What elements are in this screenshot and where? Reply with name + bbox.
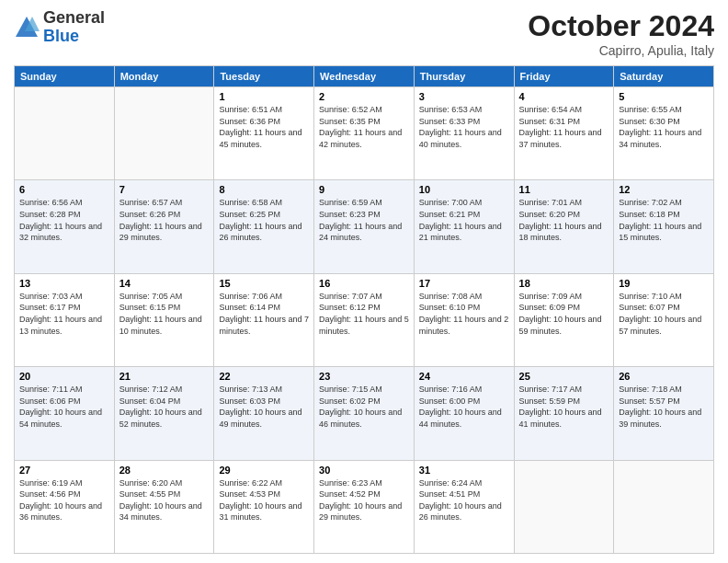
calendar-day-cell: 17Sunrise: 7:08 AMSunset: 6:10 PMDayligh… <box>414 273 514 366</box>
day-number: 19 <box>619 278 709 289</box>
day-info: Sunrise: 6:24 AMSunset: 4:51 PMDaylight:… <box>419 477 509 523</box>
weekday-header-friday: Friday <box>514 66 614 87</box>
calendar-week-row: 27Sunrise: 6:19 AMSunset: 4:56 PMDayligh… <box>15 460 714 553</box>
calendar-day-cell: 14Sunrise: 7:05 AMSunset: 6:15 PMDayligh… <box>114 273 214 366</box>
calendar-day-cell <box>614 460 714 553</box>
calendar-day-cell: 5Sunrise: 6:55 AMSunset: 6:30 PMDaylight… <box>614 87 714 180</box>
calendar-day-cell: 30Sunrise: 6:23 AMSunset: 4:52 PMDayligh… <box>314 460 415 553</box>
day-number: 8 <box>219 184 309 195</box>
day-number: 22 <box>219 371 309 382</box>
day-number: 1 <box>219 91 309 102</box>
day-number: 16 <box>319 278 409 289</box>
day-number: 29 <box>219 465 309 476</box>
calendar-day-cell: 20Sunrise: 7:11 AMSunset: 6:06 PMDayligh… <box>15 367 115 460</box>
calendar-day-cell: 3Sunrise: 6:53 AMSunset: 6:33 PMDaylight… <box>414 87 514 180</box>
day-number: 5 <box>619 91 709 102</box>
day-number: 10 <box>419 184 509 195</box>
location: Capirro, Apulia, Italy <box>528 43 714 58</box>
day-info: Sunrise: 6:19 AMSunset: 4:56 PMDaylight:… <box>19 477 109 523</box>
day-info: Sunrise: 7:16 AMSunset: 6:00 PMDaylight:… <box>419 384 509 430</box>
calendar-day-cell: 25Sunrise: 7:17 AMSunset: 5:59 PMDayligh… <box>514 367 614 460</box>
day-info: Sunrise: 6:52 AMSunset: 6:35 PMDaylight:… <box>319 104 409 150</box>
day-number: 11 <box>519 184 609 195</box>
calendar-day-cell: 6Sunrise: 6:56 AMSunset: 6:28 PMDaylight… <box>15 180 115 273</box>
logo: General Blue <box>14 9 105 46</box>
day-number: 12 <box>619 184 709 195</box>
day-info: Sunrise: 7:00 AMSunset: 6:21 PMDaylight:… <box>419 197 509 243</box>
day-info: Sunrise: 7:08 AMSunset: 6:10 PMDaylight:… <box>419 291 509 337</box>
day-number: 28 <box>119 465 210 476</box>
calendar-day-cell: 1Sunrise: 6:51 AMSunset: 6:36 PMDaylight… <box>214 87 314 180</box>
day-info: Sunrise: 6:51 AMSunset: 6:36 PMDaylight:… <box>219 104 309 150</box>
weekday-header-monday: Monday <box>114 66 214 87</box>
day-info: Sunrise: 7:09 AMSunset: 6:09 PMDaylight:… <box>519 291 609 337</box>
day-number: 23 <box>319 371 409 382</box>
day-info: Sunrise: 7:07 AMSunset: 6:12 PMDaylight:… <box>319 291 409 337</box>
day-info: Sunrise: 6:56 AMSunset: 6:28 PMDaylight:… <box>19 197 109 243</box>
day-number: 6 <box>19 184 109 195</box>
calendar-day-cell: 26Sunrise: 7:18 AMSunset: 5:57 PMDayligh… <box>614 367 714 460</box>
day-info: Sunrise: 7:11 AMSunset: 6:06 PMDaylight:… <box>19 384 109 430</box>
weekday-header-tuesday: Tuesday <box>214 66 314 87</box>
day-info: Sunrise: 7:17 AMSunset: 5:59 PMDaylight:… <box>519 384 609 430</box>
calendar-day-cell: 7Sunrise: 6:57 AMSunset: 6:26 PMDaylight… <box>114 180 214 273</box>
day-number: 15 <box>219 278 309 289</box>
day-info: Sunrise: 7:05 AMSunset: 6:15 PMDaylight:… <box>119 291 210 337</box>
day-info: Sunrise: 7:01 AMSunset: 6:20 PMDaylight:… <box>519 197 609 243</box>
calendar-week-row: 6Sunrise: 6:56 AMSunset: 6:28 PMDaylight… <box>15 180 714 273</box>
calendar-week-row: 20Sunrise: 7:11 AMSunset: 6:06 PMDayligh… <box>15 367 714 460</box>
calendar-day-cell: 11Sunrise: 7:01 AMSunset: 6:20 PMDayligh… <box>514 180 614 273</box>
day-number: 14 <box>119 278 210 289</box>
day-info: Sunrise: 6:22 AMSunset: 4:53 PMDaylight:… <box>219 477 309 523</box>
day-number: 4 <box>519 91 609 102</box>
logo-blue-label: Blue <box>43 28 105 46</box>
calendar-table: SundayMondayTuesdayWednesdayThursdayFrid… <box>14 65 714 554</box>
title-area: October 2024 Capirro, Apulia, Italy <box>528 9 714 58</box>
day-info: Sunrise: 7:13 AMSunset: 6:03 PMDaylight:… <box>219 384 309 430</box>
calendar-day-cell: 15Sunrise: 7:06 AMSunset: 6:14 PMDayligh… <box>214 273 314 366</box>
calendar-day-cell: 23Sunrise: 7:15 AMSunset: 6:02 PMDayligh… <box>314 367 415 460</box>
calendar-day-cell: 13Sunrise: 7:03 AMSunset: 6:17 PMDayligh… <box>15 273 115 366</box>
header: General Blue October 2024 Capirro, Apuli… <box>14 9 714 58</box>
weekday-header-wednesday: Wednesday <box>314 66 415 87</box>
day-info: Sunrise: 6:57 AMSunset: 6:26 PMDaylight:… <box>119 197 210 243</box>
day-number: 30 <box>319 465 409 476</box>
day-number: 21 <box>119 371 210 382</box>
day-info: Sunrise: 7:06 AMSunset: 6:14 PMDaylight:… <box>219 291 309 337</box>
calendar-day-cell: 9Sunrise: 6:59 AMSunset: 6:23 PMDaylight… <box>314 180 415 273</box>
day-info: Sunrise: 7:02 AMSunset: 6:18 PMDaylight:… <box>619 197 709 243</box>
day-info: Sunrise: 7:15 AMSunset: 6:02 PMDaylight:… <box>319 384 409 430</box>
day-info: Sunrise: 7:18 AMSunset: 5:57 PMDaylight:… <box>619 384 709 430</box>
day-number: 20 <box>19 371 109 382</box>
day-info: Sunrise: 7:12 AMSunset: 6:04 PMDaylight:… <box>119 384 210 430</box>
calendar-day-cell <box>15 87 115 180</box>
day-info: Sunrise: 6:58 AMSunset: 6:25 PMDaylight:… <box>219 197 309 243</box>
day-info: Sunrise: 6:55 AMSunset: 6:30 PMDaylight:… <box>619 104 709 150</box>
calendar-day-cell: 8Sunrise: 6:58 AMSunset: 6:25 PMDaylight… <box>214 180 314 273</box>
day-info: Sunrise: 6:23 AMSunset: 4:52 PMDaylight:… <box>319 477 409 523</box>
day-info: Sunrise: 6:20 AMSunset: 4:55 PMDaylight:… <box>119 477 210 523</box>
day-number: 3 <box>419 91 509 102</box>
calendar-day-cell: 10Sunrise: 7:00 AMSunset: 6:21 PMDayligh… <box>414 180 514 273</box>
calendar-day-cell: 12Sunrise: 7:02 AMSunset: 6:18 PMDayligh… <box>614 180 714 273</box>
calendar-day-cell: 18Sunrise: 7:09 AMSunset: 6:09 PMDayligh… <box>514 273 614 366</box>
calendar-week-row: 13Sunrise: 7:03 AMSunset: 6:17 PMDayligh… <box>15 273 714 366</box>
calendar-day-cell: 16Sunrise: 7:07 AMSunset: 6:12 PMDayligh… <box>314 273 415 366</box>
day-info: Sunrise: 7:10 AMSunset: 6:07 PMDaylight:… <box>619 291 709 337</box>
day-info: Sunrise: 6:53 AMSunset: 6:33 PMDaylight:… <box>419 104 509 150</box>
day-number: 31 <box>419 465 509 476</box>
day-number: 2 <box>319 91 409 102</box>
day-number: 9 <box>319 184 409 195</box>
page: General Blue October 2024 Capirro, Apuli… <box>0 0 728 563</box>
calendar-day-cell: 2Sunrise: 6:52 AMSunset: 6:35 PMDaylight… <box>314 87 415 180</box>
calendar-day-cell: 29Sunrise: 6:22 AMSunset: 4:53 PMDayligh… <box>214 460 314 553</box>
day-info: Sunrise: 7:03 AMSunset: 6:17 PMDaylight:… <box>19 291 109 337</box>
day-number: 24 <box>419 371 509 382</box>
day-number: 17 <box>419 278 509 289</box>
weekday-header-thursday: Thursday <box>414 66 514 87</box>
day-number: 7 <box>119 184 210 195</box>
weekday-header-saturday: Saturday <box>614 66 714 87</box>
weekday-header-row: SundayMondayTuesdayWednesdayThursdayFrid… <box>15 66 714 87</box>
calendar-day-cell: 24Sunrise: 7:16 AMSunset: 6:00 PMDayligh… <box>414 367 514 460</box>
logo-icon <box>14 15 40 40</box>
